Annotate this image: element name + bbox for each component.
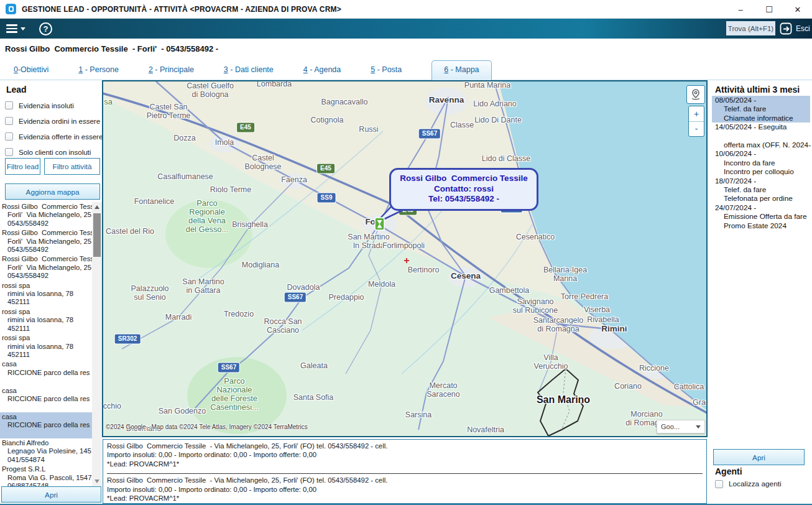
scroll-up-arrow-icon[interactable] (92, 202, 102, 212)
lead-list-item[interactable]: Rossi Gilbo Commercio Tess Forli' Via Mi… (0, 202, 92, 228)
lead-list-item[interactable]: casa RICCIONE parco della res (0, 359, 92, 386)
activity-detail: Incontro per colloquio (715, 167, 810, 176)
map-place-label: Tredozio (224, 310, 254, 318)
lead-list-item[interactable]: rossi spa rimini via losanna, 78 452111 (0, 333, 92, 359)
lead-phone (2, 403, 92, 411)
minimize-button[interactable]: – (726, 0, 755, 19)
exit-button[interactable]: Esci (780, 21, 810, 37)
checkbox-label: Evidenzia offerte in essere (19, 133, 103, 141)
checkbox[interactable] (5, 117, 13, 125)
tab-label: - Principale (153, 65, 194, 74)
lead-list-item[interactable]: Bianchi Alfredo Legnago Via Polesine, 14… (0, 438, 92, 465)
localizza-agenti-checkbox[interactable] (715, 480, 723, 488)
checkbox[interactable] (5, 148, 13, 156)
checkbox-row[interactable]: Evidenzia insoluti (0, 98, 103, 113)
map-place-label: Rocca San Casciano (264, 317, 302, 335)
map-place-label: Predappio (329, 293, 364, 302)
zoom-in-button[interactable]: + (689, 106, 704, 121)
activity-list-item[interactable]: 14/05/2024 - Eseguita offerta max (OFF. … (712, 123, 810, 149)
lead-address: Forli' Via Michelangelo, 25 (2, 238, 92, 246)
lead-panel-title: Lead (6, 85, 27, 95)
map-place-label: Cattolica (674, 382, 704, 391)
lead-list-scrollbar[interactable] (92, 202, 102, 486)
lead-phone: 0543/558492 (2, 272, 92, 280)
apri-activity-button[interactable]: Apri (713, 449, 805, 465)
tab-6[interactable]: 6 - Mappa (431, 60, 491, 80)
map-place-label: Meldola (368, 280, 395, 289)
lead-list-item[interactable]: Rossi Gilbo Commercio Tess Forli' Via Mi… (0, 254, 92, 280)
lead-name: rossi spa (2, 308, 92, 316)
tab-3[interactable]: 3 - Dati cliente (224, 65, 274, 80)
lead-detail-panel: Rossi Gilbo Commercio Tessile - Via Mich… (103, 439, 707, 504)
map-place-label: San Martino in Gattara (182, 277, 224, 295)
checkbox[interactable] (5, 101, 13, 109)
main-toolbar: ? Trova (Alt+F1) Esci (0, 19, 812, 39)
map-place-label: Dozza (173, 134, 195, 142)
lead-list-item[interactable]: rossi spa rimini via losanna, 78 452111 (0, 307, 92, 333)
find-button[interactable]: Trova (Alt+F1) (726, 21, 775, 35)
checkbox[interactable] (5, 132, 13, 141)
exit-icon (780, 22, 793, 35)
tab-accelerator: 0 (14, 65, 18, 74)
zoom-out-button[interactable]: - (689, 121, 704, 137)
road-badge: SS67 (218, 363, 239, 373)
app-icon (6, 4, 16, 14)
apri-lead-button[interactable]: Apri (1, 486, 101, 503)
lead-name: Rossi Gilbo Commercio Tess (2, 229, 92, 237)
map-canvas[interactable]: saLombardaCastel Guelfo di BolognaBagnac… (103, 81, 706, 436)
help-button[interactable]: ? (39, 22, 52, 35)
tab-accelerator: 2 (149, 65, 153, 74)
locate-button[interactable] (686, 85, 705, 104)
road-badge: SS67 (285, 293, 306, 302)
tab-4[interactable]: 4 - Agenda (303, 65, 341, 80)
map-place-label: Castel del Rio (106, 227, 154, 236)
lead-list-item[interactable]: casa RICCIONE parco della res (0, 412, 92, 438)
activity-list-item[interactable]: 18/07/2024 - Telef. da fareTelefonata pe… (712, 177, 810, 203)
map-place-label: icchio (103, 402, 121, 410)
maximize-button[interactable]: ☐ (755, 0, 783, 19)
lead-list-item[interactable]: rossi spa rimini via losanna, 78 452111 (0, 281, 92, 307)
map-type-dropdown[interactable]: Goo... (657, 420, 705, 433)
lead-list-item[interactable]: casa RICCIONE parco della res (0, 386, 92, 412)
filtro-attivita-button[interactable]: Filtro attività (44, 158, 100, 175)
map-labels-layer: saLombardaCastel Guelfo di BolognaBagnac… (103, 81, 706, 436)
map-place-label: Mercato Saraceno (427, 381, 460, 399)
activities-panel-title: Attività ultimi 3 mesi (715, 85, 800, 95)
map-place-label: Lombarda (257, 81, 292, 88)
tab-accelerator: 4 (303, 65, 308, 74)
localizza-agenti-row[interactable]: Localizza agenti (715, 480, 782, 488)
map-place-label: Grad (693, 398, 706, 407)
app-window: GESTIONE LEAD - OPPORTUNITÀ - ATTIVITÀ <… (0, 0, 812, 505)
detail-amounts-line: Importo insoluti: 0,00 - Importo ordinat… (107, 485, 703, 494)
aggiorna-mappa-button[interactable]: Aggiorna mappa (5, 183, 100, 200)
map-place-label: Gambettola (489, 286, 530, 295)
localizza-agenti-label: Localizza agenti (729, 480, 782, 488)
tab-1[interactable]: 1 - Persone (78, 65, 119, 80)
tab-5[interactable]: 5 - Posta (371, 65, 402, 80)
lead-list-item[interactable]: Progest S.R.L Roma Via G. Pascoli, 1547 … (0, 465, 92, 486)
lead-address: rimini via losanna, 78 (2, 290, 92, 298)
checkbox-row[interactable]: Evidenzia ordini in essere (0, 113, 103, 129)
checkbox-row[interactable]: Evidenzia offerte in essere (0, 129, 103, 144)
activity-list-item[interactable]: 24/07/2024 - Emissione Offerta da farePr… (712, 203, 810, 230)
detail-address-line: Rossi Gilbo Commercio Tessile - Via Mich… (107, 442, 703, 450)
menu-button[interactable] (6, 24, 25, 33)
tab-2[interactable]: 2 - Principale (149, 65, 194, 80)
filtro-lead-button[interactable]: Filtro lead (5, 158, 40, 175)
map-place-label: San Martino In Strada (348, 233, 389, 250)
map-info-window[interactable]: Rossi Gilbo Commercio Tessile Contatto: … (389, 168, 538, 211)
map-place-label: Lido Di Dante (474, 116, 522, 124)
activity-list-item[interactable]: 08/05/2024 - Telef. da fareChiamate info… (712, 96, 810, 123)
map-place-label: Rimini (601, 325, 627, 333)
lead-list-item[interactable]: Rossi Gilbo Commercio Tess Forli' Via Mi… (0, 228, 92, 254)
close-button[interactable]: ✕ (783, 0, 812, 19)
activity-list-item[interactable]: 10/06/2024 - Incontro da fareIncontro pe… (712, 149, 810, 176)
info-window-name: Rossi Gilbo Commercio Tessile (394, 174, 534, 184)
lead-detail-entry: Rossi Gilbo Commercio Tessile - Via Mich… (107, 442, 703, 468)
tab-0[interactable]: 0-Obiettivi (14, 65, 48, 80)
scrollbar-thumb[interactable] (93, 213, 101, 257)
window-title: GESTIONE LEAD - OPPORTUNITÀ - ATTIVITÀ <… (22, 5, 341, 14)
scroll-down-arrow-icon[interactable] (92, 476, 102, 486)
tab-bar: 0-Obiettivi1 - Persone2 - Principale3 - … (0, 59, 812, 80)
tab-accelerator: 3 (224, 65, 228, 74)
